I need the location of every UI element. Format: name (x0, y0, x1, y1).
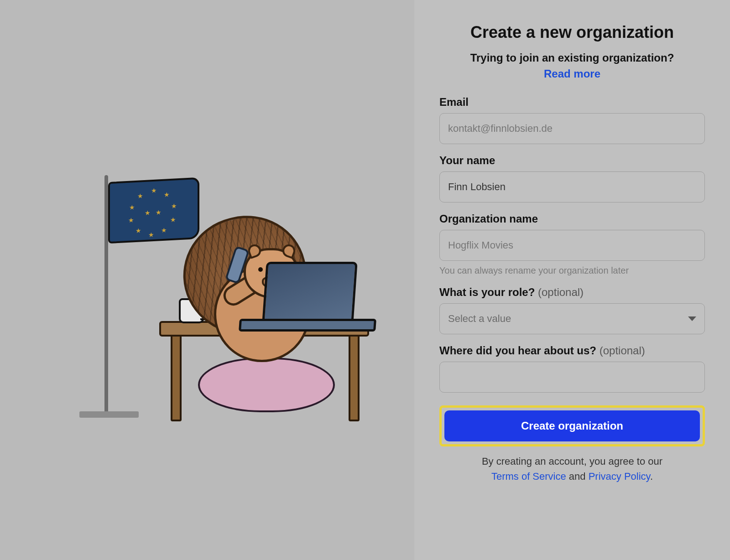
read-more-link[interactable]: Read more (544, 67, 600, 80)
email-label: Email (439, 96, 705, 109)
email-field (439, 113, 705, 144)
illustration-panel: ★ ★ ★ ★ ★ ★ ★ ★ ★ ★ ★ ★ (0, 0, 414, 560)
page-title: Create a new organization (439, 23, 705, 42)
name-label: Your name (439, 154, 705, 167)
submit-highlight: Create organization (439, 405, 705, 446)
signup-form-panel: Create a new organization Trying to join… (414, 0, 730, 560)
legal-text: By creating an account, you agree to our… (439, 454, 705, 484)
laptop-icon (262, 262, 357, 323)
org-name-label: Organization name (439, 213, 705, 225)
role-label: What is your role? (optional) (439, 286, 705, 299)
role-select[interactable]: Select a value (439, 303, 705, 334)
terms-of-service-link[interactable]: Terms of Service (491, 471, 566, 482)
hedgehog-illustration: ★ ★ ★ ★ ★ ★ ★ ★ ★ ★ ★ ★ (61, 161, 353, 399)
role-select-placeholder: Select a value (448, 313, 511, 325)
heard-label: Where did you hear about us? (optional) (439, 344, 705, 357)
eu-flag-icon: ★ ★ ★ ★ ★ ★ ★ ★ ★ ★ ★ ★ (108, 177, 199, 244)
chevron-down-icon (688, 316, 696, 321)
org-name-helper: You can always rename your organization … (439, 265, 705, 276)
heard-field[interactable] (439, 362, 705, 393)
name-field[interactable] (439, 171, 705, 202)
subtitle-text: Trying to join an existing organization? (470, 52, 674, 64)
privacy-policy-link[interactable]: Privacy Policy (589, 471, 650, 482)
create-organization-button[interactable]: Create organization (444, 410, 700, 441)
org-name-field[interactable] (439, 230, 705, 261)
heard-optional-tag: (optional) (600, 344, 645, 357)
role-optional-tag: (optional) (538, 286, 584, 298)
subtitle: Trying to join an existing organization?… (439, 50, 705, 82)
